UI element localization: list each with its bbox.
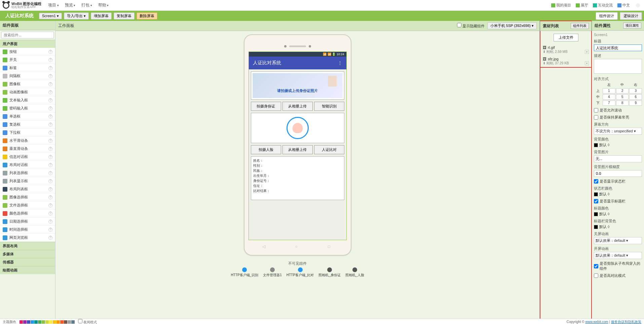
component-list-button[interactable]: 组件列表 bbox=[571, 23, 589, 29]
palette-item[interactable]: 布局对话框? bbox=[0, 161, 55, 169]
palette-group-sensor[interactable]: 传感器 bbox=[0, 258, 55, 266]
palette-item[interactable]: 信息对话框? bbox=[0, 153, 55, 161]
align-cell[interactable]: 2 bbox=[616, 88, 629, 94]
help-icon[interactable]: ? bbox=[48, 82, 52, 86]
help-icon[interactable]: ? bbox=[48, 187, 52, 191]
add-screen-button[interactable]: 增加屏幕 bbox=[91, 12, 112, 20]
face-preview[interactable] bbox=[251, 113, 344, 143]
palette-item[interactable]: 下拉框? bbox=[0, 129, 55, 137]
help-icon[interactable]: ? bbox=[48, 236, 52, 240]
orient-select[interactable]: 不设方向：unspecified ▾ bbox=[594, 128, 642, 135]
titlecolor-value[interactable]: 默认 ◊ bbox=[594, 212, 642, 217]
show-hidden-checkbox[interactable]: 显示隐藏组件 bbox=[457, 23, 485, 29]
design-tab[interactable]: 组件设计 bbox=[596, 12, 618, 20]
help-icon[interactable]: ? bbox=[48, 179, 52, 183]
palette-search-input[interactable] bbox=[1, 32, 54, 38]
invisible-component[interactable]: 照相机_身份证 bbox=[318, 267, 341, 278]
help-icon[interactable]: ? bbox=[48, 50, 52, 54]
asset-item[interactable]: 🖼sfz.jpg⬇ 刚刚, 37.29 KB× bbox=[540, 56, 592, 67]
user-avatar-icon[interactable] bbox=[635, 2, 641, 8]
download-icon[interactable]: ⬇ bbox=[543, 61, 545, 65]
import-export-button[interactable]: 导入/导出 ▾ bbox=[64, 12, 89, 20]
help-icon[interactable]: ? bbox=[48, 74, 52, 78]
title-input[interactable] bbox=[594, 44, 642, 51]
device-selector[interactable]: 小米手机 5SP (392x698) ▾ bbox=[487, 22, 537, 29]
palette-item[interactable]: 时间选择框? bbox=[0, 226, 55, 234]
palette-item[interactable]: 布局列表框? bbox=[0, 185, 55, 193]
palette-item[interactable]: 复选框? bbox=[0, 121, 55, 129]
help-icon[interactable]: ? bbox=[48, 115, 52, 119]
titlebg-value[interactable]: 默认 ◊ bbox=[594, 224, 642, 229]
idcard-preview[interactable]: 请拍摄或上传身份证照片 bbox=[251, 71, 344, 100]
palette-item[interactable]: 列表选择框? bbox=[0, 169, 55, 177]
palette-item[interactable]: 日期选择框? bbox=[0, 218, 55, 226]
work-canvas[interactable]: 📶 📶 🔋 10:24 人证比对系统 ⋮ 请拍摄或上传身份证照片 拍摄身份证从 bbox=[55, 31, 539, 319]
help-icon[interactable]: ? bbox=[48, 171, 52, 175]
align-grid[interactable]: 左中右上123中456下789 bbox=[594, 82, 642, 106]
help-icon[interactable]: ? bbox=[48, 195, 52, 199]
link-community[interactable]: 互动交流 bbox=[593, 3, 613, 8]
link-lang[interactable]: 中文 bbox=[617, 3, 630, 8]
titlebar-checkbox[interactable]: 是否显示标题栏 bbox=[594, 199, 642, 204]
menu-preview[interactable]: 预览 bbox=[65, 2, 76, 8]
help-icon[interactable]: ? bbox=[48, 131, 52, 135]
palette-item[interactable]: 文件选择框? bbox=[0, 201, 55, 209]
palette-item[interactable]: 标签? bbox=[0, 64, 55, 72]
palette-item[interactable]: 图像选择框? bbox=[0, 193, 55, 201]
palette-item[interactable]: 间隔框? bbox=[0, 72, 55, 80]
download-icon[interactable]: ⬇ bbox=[543, 50, 545, 54]
help-icon[interactable]: ? bbox=[48, 212, 52, 216]
align-cell[interactable]: 1 bbox=[603, 88, 615, 94]
open-anim-select[interactable]: 默认效果：default ▾ bbox=[594, 252, 642, 259]
palette-group-layout[interactable]: 界面布局 bbox=[0, 242, 55, 250]
delete-asset-icon[interactable]: × bbox=[585, 50, 589, 54]
palette-item[interactable]: 密码输入框? bbox=[0, 104, 55, 112]
statuscolor-value[interactable]: 默认 ◊ bbox=[594, 192, 642, 197]
theme-swatches[interactable] bbox=[20, 320, 75, 324]
align-cell[interactable]: 7 bbox=[603, 100, 615, 106]
link-gallery[interactable]: 展厅 bbox=[576, 3, 588, 8]
align-cell[interactable]: 4 bbox=[603, 94, 615, 100]
bgimg-select[interactable]: 无... bbox=[594, 155, 642, 162]
help-icon[interactable]: ? bbox=[48, 58, 52, 62]
clip-checkbox[interactable]: 是否剪除从子布局穿入的组件 bbox=[594, 261, 642, 271]
app-button[interactable]: 从相册上传 bbox=[282, 145, 313, 154]
app-button[interactable]: 从相册上传 bbox=[282, 102, 313, 111]
project-props-button[interactable]: 项目属性 bbox=[623, 23, 641, 29]
app-button[interactable]: 智能识别 bbox=[314, 102, 344, 111]
keepawake-checkbox[interactable]: 是否保持屏幕常亮 bbox=[594, 115, 642, 120]
help-icon[interactable]: ? bbox=[48, 228, 52, 232]
palette-group-media[interactable]: 多媒体 bbox=[0, 250, 55, 258]
footer-link-tos[interactable]: 服务协议和隐私政策 bbox=[611, 320, 641, 324]
app-button[interactable]: 拍摄人脸 bbox=[251, 145, 281, 154]
palette-item[interactable]: 图像框? bbox=[0, 80, 55, 88]
invisible-component[interactable]: 照相机_人脸 bbox=[345, 267, 364, 278]
align-cell[interactable]: 6 bbox=[629, 94, 642, 100]
delete-screen-button[interactable]: 删除屏幕 bbox=[137, 12, 157, 20]
scroll-checkbox[interactable]: 是否允许滚动 bbox=[594, 108, 642, 113]
help-icon[interactable]: ? bbox=[48, 106, 52, 110]
darkmode-checkbox[interactable]: 夜间模式 bbox=[78, 319, 97, 324]
palette-item[interactable]: 垂直滑动条? bbox=[0, 145, 55, 153]
palette-item[interactable]: 文本输入框? bbox=[0, 96, 55, 104]
palette-item[interactable]: 列表显示框? bbox=[0, 177, 55, 185]
copy-screen-button[interactable]: 复制屏幕 bbox=[114, 12, 135, 20]
help-icon[interactable]: ? bbox=[48, 163, 52, 167]
asset-item[interactable]: 🖼rl.gif⬇ 刚刚, 2.59 MB× bbox=[540, 44, 592, 56]
screen-selector[interactable]: Screen1 ▾ bbox=[39, 13, 62, 19]
align-cell[interactable]: 8 bbox=[616, 100, 629, 106]
help-icon[interactable]: ? bbox=[48, 66, 52, 70]
help-icon[interactable]: ? bbox=[48, 98, 52, 102]
palette-group-draw[interactable]: 绘图动画 bbox=[0, 266, 55, 274]
result-textbox[interactable]: 姓名：性别：民族：出生年月：身份证号：住址：比对结果： bbox=[251, 156, 344, 200]
link-my-projects[interactable]: 我的项目 bbox=[551, 3, 571, 8]
help-icon[interactable]: ? bbox=[48, 139, 52, 143]
palette-item[interactable]: 开关? bbox=[0, 56, 55, 64]
help-icon[interactable]: ? bbox=[48, 123, 52, 127]
contrast-checkbox[interactable]: 是否高对比模式 bbox=[594, 273, 642, 278]
help-icon[interactable]: ? bbox=[48, 90, 52, 94]
help-icon[interactable]: ? bbox=[48, 147, 52, 151]
palette-item[interactable]: 颜色选择框? bbox=[0, 209, 55, 218]
bgblur-input[interactable] bbox=[594, 170, 642, 177]
app-button[interactable]: 拍摄身份证 bbox=[251, 102, 281, 111]
